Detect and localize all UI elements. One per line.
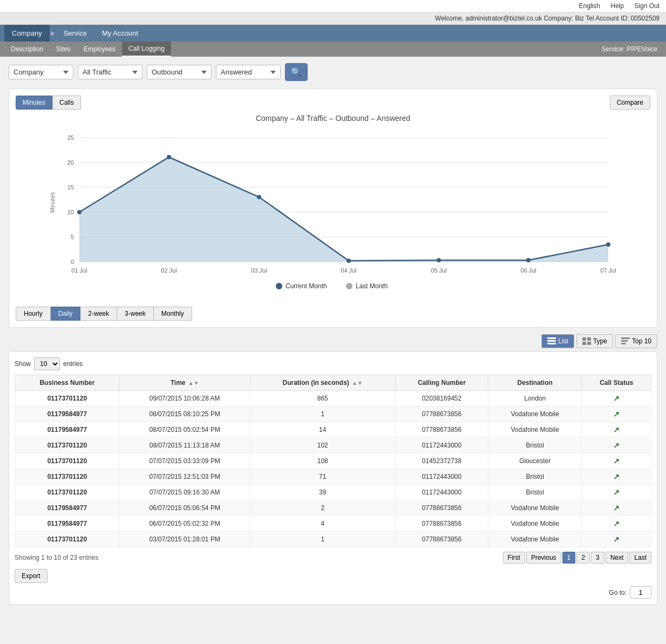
cell-calling: 01172443000 (395, 469, 488, 485)
view-mode-row: List Type Top 10 (9, 334, 657, 348)
cell-destination: Bristol (488, 485, 582, 500)
svg-rect-29 (621, 343, 626, 344)
page-first[interactable]: First (503, 552, 525, 564)
data-point-6 (526, 258, 531, 262)
search-button[interactable]: 🔍 (285, 63, 308, 81)
export-button[interactable]: Export (15, 569, 47, 583)
language-link[interactable]: English (579, 2, 600, 10)
chart-card: Minutes Calls Compare Company – All Traf… (9, 89, 657, 328)
svg-rect-25 (582, 342, 586, 345)
traffic-filter[interactable]: All Traffic (78, 65, 142, 79)
main-content: Company All Traffic Outbound Answered 🔍 … (0, 57, 666, 611)
svg-rect-28 (621, 340, 628, 342)
company-filter[interactable]: Company (9, 65, 73, 79)
tab-minutes[interactable]: Minutes (16, 96, 52, 110)
cell-status: ↗ (582, 453, 651, 469)
view-list-button[interactable]: List (541, 334, 574, 348)
call-status-icon: ↗ (613, 519, 620, 528)
cell-business: 01173701120 (15, 453, 120, 469)
type-icon (582, 337, 591, 345)
cell-time: 08/07/2015 05:02:54 PM (119, 422, 250, 438)
svg-text:25: 25 (67, 134, 74, 141)
view-top10-button[interactable]: Top 10 (615, 334, 657, 348)
svg-text:5: 5 (71, 234, 74, 240)
help-link[interactable]: Help (610, 2, 624, 10)
legend-current-label: Current Month (286, 282, 327, 290)
col-calling-number[interactable]: Calling Number (395, 375, 488, 391)
page-2[interactable]: 2 (576, 552, 590, 564)
period-tabs: Hourly Daily 2-week 3-week Monthly (16, 307, 650, 321)
show-label: Show (15, 360, 31, 368)
nav-sites[interactable]: Sites (50, 42, 77, 56)
status-filter[interactable]: Answered (216, 65, 281, 79)
nav-description[interactable]: Description (4, 42, 50, 56)
table-row: 01173701120 08/07/2015 11:13:18 AM 102 0… (15, 438, 651, 453)
data-point-1 (77, 210, 81, 214)
cell-business: 01179584977 (15, 516, 120, 532)
cell-status: ↗ (582, 391, 651, 406)
cell-business: 01173701120 (15, 391, 120, 406)
cell-business: 01179584977 (15, 500, 120, 516)
data-point-7 (606, 242, 610, 247)
cell-business: 01173701120 (15, 469, 120, 485)
col-duration[interactable]: Duration (in seconds) ▲▼ (250, 375, 395, 391)
list-icon (547, 337, 556, 345)
entries-label: entries (63, 360, 83, 368)
goto-input[interactable] (630, 586, 651, 599)
signout-link[interactable]: Sign Out (634, 2, 660, 10)
col-time[interactable]: Time ▲▼ (119, 375, 250, 391)
period-2week[interactable]: 2-week (80, 307, 117, 321)
page-previous[interactable]: Previous (526, 552, 561, 564)
col-business-number[interactable]: Business Number (15, 375, 120, 391)
call-status-icon: ↗ (613, 472, 620, 481)
cell-duration: 108 (250, 453, 395, 469)
welcome-text: Welcome, administrator@biztel.co.uk Comp… (435, 15, 660, 22)
export-row: Export (15, 569, 651, 583)
goto-row: Go to: (15, 586, 651, 599)
page-3[interactable]: 3 (591, 552, 604, 564)
svg-text:07 Jul: 07 Jul (600, 267, 616, 274)
cell-calling: 01452372738 (395, 453, 488, 469)
cell-duration: 1 (250, 532, 395, 547)
cell-duration: 4 (250, 516, 395, 532)
cell-destination: Vodafone Mobile (488, 500, 582, 516)
nav-employees[interactable]: Employees (77, 42, 122, 56)
cell-status: ↗ (582, 422, 651, 438)
page-next[interactable]: Next (606, 552, 629, 564)
chart-title: Company – All Traffic – Outbound – Answe… (16, 114, 650, 123)
table-body: 01173701120 09/07/2015 10:06:28 AM 865 0… (15, 391, 651, 547)
cell-time: 08/07/2015 11:13:18 AM (119, 438, 250, 453)
nav-calllogging[interactable]: Call Logging (122, 42, 171, 57)
call-status-icon: ↗ (613, 535, 620, 544)
col-call-status[interactable]: Call Status (582, 375, 651, 391)
compare-button[interactable]: Compare (610, 96, 650, 110)
legend-last-dot (346, 283, 352, 289)
period-3week[interactable]: 3-week (117, 307, 154, 321)
table-row: 01179584977 06/07/2015 05:06:54 PM 2 077… (15, 500, 651, 516)
nav-service[interactable]: Service (56, 25, 94, 42)
call-status-icon: ↗ (613, 425, 620, 434)
entries-select[interactable]: 10 25 50 (34, 357, 60, 370)
nav-myaccount[interactable]: My Account (94, 25, 146, 42)
cell-calling: 07788673856 (395, 532, 488, 547)
period-hourly[interactable]: Hourly (16, 307, 51, 321)
cell-time: 07/07/2015 03:33:09 PM (119, 453, 250, 469)
legend-last-label: Last Month (356, 282, 388, 290)
period-monthly[interactable]: Monthly (154, 307, 192, 321)
col-destination[interactable]: Destination (488, 375, 582, 391)
svg-text:20: 20 (67, 159, 74, 166)
table-row: 01179584977 08/07/2015 05:02:54 PM 14 07… (15, 422, 651, 438)
period-daily[interactable]: Daily (51, 307, 81, 321)
table-info: Showing 1 to 10 of 23 entries (15, 554, 98, 561)
page-1[interactable]: 1 (562, 552, 576, 564)
tab-calls[interactable]: Calls (52, 96, 81, 110)
direction-filter[interactable]: Outbound (147, 65, 212, 79)
cell-status: ↗ (582, 469, 651, 485)
view-type-button[interactable]: Type (576, 334, 613, 348)
cell-destination: Bristol (488, 438, 582, 453)
svg-rect-26 (587, 342, 591, 345)
svg-text:02 Jul: 02 Jul (161, 267, 176, 274)
nav-company[interactable]: Company (4, 25, 50, 42)
page-last[interactable]: Last (629, 552, 651, 564)
call-status-icon: ↗ (613, 441, 620, 450)
